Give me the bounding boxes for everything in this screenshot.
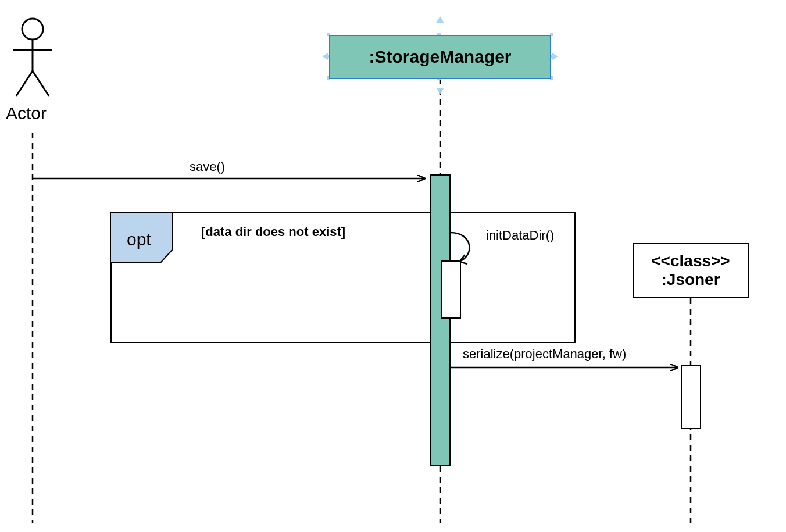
actor-label: Actor bbox=[6, 103, 47, 123]
actor-figure bbox=[13, 19, 52, 96]
message-save-label: save() bbox=[190, 159, 225, 174]
activation-storage-manager[interactable] bbox=[430, 174, 451, 466]
self-message-loop bbox=[451, 233, 470, 262]
svg-point-0 bbox=[22, 19, 43, 40]
opt-frame-guard: [data dir does not exist] bbox=[201, 224, 345, 240]
participant-jsoner-label: :Jsoner bbox=[661, 270, 720, 289]
svg-line-4 bbox=[33, 71, 49, 96]
sequence-diagram: Actor :StorageManager <<class>> :Jsoner … bbox=[0, 0, 786, 532]
participant-storage-manager[interactable]: :StorageManager bbox=[329, 35, 551, 79]
activation-init-data-dir[interactable] bbox=[441, 260, 461, 319]
message-serialize-label: serialize(projectManager, fw) bbox=[463, 347, 626, 362]
activation-jsoner[interactable] bbox=[681, 365, 701, 429]
svg-line-3 bbox=[16, 71, 33, 96]
participant-storage-label: :StorageManager bbox=[369, 47, 511, 67]
participant-jsoner-stereotype: <<class>> bbox=[651, 252, 730, 270]
message-initdatadir-label: initDataDir() bbox=[486, 228, 554, 243]
participant-jsoner[interactable]: <<class>> :Jsoner bbox=[633, 243, 749, 298]
opt-frame-type: opt bbox=[127, 230, 151, 249]
